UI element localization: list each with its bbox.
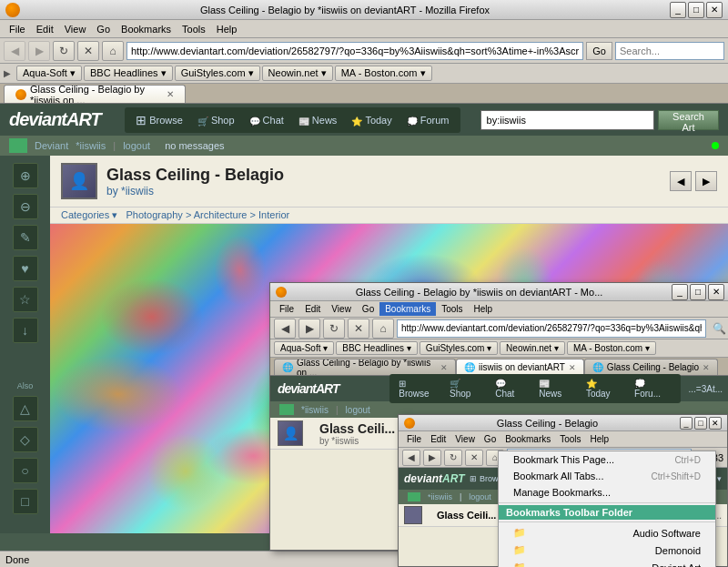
next-artwork-button[interactable]: ▶ <box>695 171 717 191</box>
da-nav-forum[interactable]: Forum <box>403 111 453 129</box>
da-nav-chat[interactable]: Chat <box>246 111 288 129</box>
browser2-bm-ma[interactable]: MA - Boston.com ▾ <box>567 341 656 355</box>
sidebar-zoom-out[interactable]: ⊖ <box>13 194 38 219</box>
breadcrumb-photography[interactable]: Photography <box>126 209 182 220</box>
browser2-nav-chat[interactable]: 💬 Chat <box>491 377 530 400</box>
browser3-stop[interactable]: ✕ <box>465 450 483 466</box>
browser2-nav-news[interactable]: 📰 News <box>535 377 577 400</box>
browser2-bm-aquasoft[interactable]: Aqua-Soft ▾ <box>274 341 334 355</box>
browser2-home[interactable]: ⌂ <box>372 319 394 339</box>
sidebar-fav[interactable]: ♥ <box>13 256 38 281</box>
browser2-tab-0[interactable]: 🌐 Glass Ceiling - Belagio by *iiswiis on… <box>274 359 456 375</box>
browser2-nav-forum[interactable]: 💭 Foru... <box>631 377 675 400</box>
browser2-bm-bbc[interactable]: BBC Headlines ▾ <box>336 341 418 355</box>
browser3-forward[interactable]: ▶ <box>423 450 441 466</box>
back-button[interactable]: ◀ <box>4 41 25 61</box>
menu-tools[interactable]: Tools <box>177 22 211 36</box>
bm-menu-bookmark-page[interactable]: Bookmark This Page... Ctrl+D <box>499 451 715 468</box>
categories-dropdown[interactable]: Categories ▾ <box>61 209 117 220</box>
browser2-menu-tools[interactable]: Tools <box>436 302 468 316</box>
da-nav-today[interactable]: Today <box>348 111 395 129</box>
browser2-menu-file[interactable]: File <box>274 302 299 316</box>
menu-help[interactable]: Help <box>211 22 243 36</box>
sidebar-also-3[interactable]: ○ <box>13 458 38 483</box>
browser3-menu-view[interactable]: View <box>450 433 480 445</box>
bookmark-bbc[interactable]: BBC Headlines ▾ <box>84 66 173 81</box>
minimize-button[interactable]: _ <box>670 2 686 18</box>
bookmark-neowin[interactable]: Neowin.net ▾ <box>262 66 333 81</box>
browser2-username[interactable]: *iiswiis <box>301 405 329 415</box>
menu-view[interactable]: View <box>59 22 92 36</box>
breadcrumb-interior[interactable]: Interior <box>258 209 289 220</box>
bm-item-demonoid[interactable]: 📁 Demonoid <box>499 542 715 559</box>
browser3-menu-tools[interactable]: Tools <box>555 433 585 445</box>
stop-button[interactable]: ✕ <box>77 41 99 61</box>
da-toolbar-deviant-link[interactable]: Deviant <box>35 140 68 151</box>
browser2-bm-gui[interactable]: GuiStyles.com ▾ <box>420 341 498 355</box>
bm-item-deviant-art[interactable]: 📁 Deviant Art <box>499 559 715 567</box>
address-bar[interactable] <box>126 42 583 60</box>
bm-item-audio-software[interactable]: 📁 Audio Software <box>499 524 715 542</box>
browser3-reload[interactable]: ↻ <box>444 450 462 466</box>
browser3-minimize[interactable]: _ <box>680 417 693 430</box>
breadcrumb-architecture[interactable]: Architecture <box>194 209 248 220</box>
menu-file[interactable]: File <box>4 22 31 36</box>
close-button[interactable]: ✕ <box>706 2 723 18</box>
forward-button[interactable]: ▶ <box>28 41 50 61</box>
sidebar-also-1[interactable]: △ <box>13 396 38 421</box>
tab-0[interactable]: Glass Ceiling - Belagio by *iiswiis on .… <box>4 85 186 103</box>
browser2-forward[interactable]: ▶ <box>298 319 320 339</box>
browser2-menu-go[interactable]: Go <box>357 302 379 316</box>
browser2-menu-bookmarks[interactable]: Bookmarks <box>379 302 436 316</box>
browser2-tab2-close[interactable]: ✕ <box>703 363 710 372</box>
sidebar-also-2[interactable]: ◇ <box>13 427 38 452</box>
da-toolbar-username-link[interactable]: *iiswiis <box>76 140 106 151</box>
sidebar-download[interactable]: ↓ <box>13 318 38 343</box>
browser3-username[interactable]: *iiswiis <box>428 492 452 501</box>
da-toolbar-logout-link[interactable]: logout <box>123 140 150 151</box>
da-nav-shop[interactable]: Shop <box>194 111 238 129</box>
da-nav-browse[interactable]: Browse <box>132 111 187 129</box>
browser2-tab-1[interactable]: 🌐 iiswiis on deviantART ✕ <box>456 359 584 375</box>
sidebar-also-4[interactable]: □ <box>13 489 38 514</box>
browser2-logout[interactable]: logout <box>346 405 370 415</box>
menu-edit[interactable]: Edit <box>31 22 59 36</box>
browser3-menu-file[interactable]: File <box>402 433 426 445</box>
browser2-minimize[interactable]: _ <box>672 284 688 300</box>
browser2-menu-edit[interactable]: Edit <box>299 302 326 316</box>
da-search-input[interactable] <box>480 110 654 130</box>
browser3-close[interactable]: ✕ <box>709 417 722 430</box>
menu-go[interactable]: Go <box>91 22 116 36</box>
da-nav-news[interactable]: News <box>295 111 341 129</box>
reload-button[interactable]: ↻ <box>53 41 75 61</box>
browser2-close[interactable]: ✕ <box>708 284 724 300</box>
go-button[interactable]: Go <box>586 42 612 60</box>
browser2-tab0-close[interactable]: ✕ <box>440 363 448 372</box>
browser3-menu-help[interactable]: Help <box>586 433 614 445</box>
browser3-menu-edit[interactable]: Edit <box>426 433 450 445</box>
browser2-bm-neowin[interactable]: Neowin.net ▾ <box>500 341 565 355</box>
browser3-maximize[interactable]: □ <box>694 417 707 430</box>
bookmark-guistyles[interactable]: GuiStyles.com ▾ <box>175 66 260 81</box>
bookmark-ma-boston[interactable]: MA - Boston.com ▾ <box>335 66 432 81</box>
browser2-address-bar[interactable] <box>397 319 706 338</box>
browser3-back[interactable]: ◀ <box>402 450 420 466</box>
browser2-menu-view[interactable]: View <box>326 302 357 316</box>
browser2-reload[interactable]: ↻ <box>323 319 345 339</box>
browser2-tab-2[interactable]: 🌐 Glass Ceiling - Belagio ✕ <box>584 359 718 375</box>
sidebar-zoom-in[interactable]: ⊕ <box>13 163 38 188</box>
bm-menu-manage-bookmarks[interactable]: Manage Bookmarks... <box>499 484 715 501</box>
da-search-button[interactable]: Search Art <box>658 110 719 130</box>
browser2-maximize[interactable]: □ <box>690 284 706 300</box>
browser2-tab1-close[interactable]: ✕ <box>569 363 576 372</box>
artist-link[interactable]: *iiswiis <box>121 185 154 197</box>
browser3-menu-go[interactable]: Go <box>480 433 500 445</box>
bookmark-aquasoft[interactable]: Aqua-Soft ▾ <box>16 66 82 81</box>
tab-close-button[interactable]: ✕ <box>167 89 174 99</box>
prev-artwork-button[interactable]: ◀ <box>670 171 692 191</box>
browser2-stop[interactable]: ✕ <box>348 319 369 339</box>
sidebar-edit[interactable]: ✎ <box>13 225 38 250</box>
browser3-menu-bookmarks[interactable]: Bookmarks <box>500 433 555 445</box>
sidebar-watch[interactable]: ☆ <box>13 287 38 312</box>
browser2-nav-browse[interactable]: ⊞ Browse <box>395 377 440 400</box>
